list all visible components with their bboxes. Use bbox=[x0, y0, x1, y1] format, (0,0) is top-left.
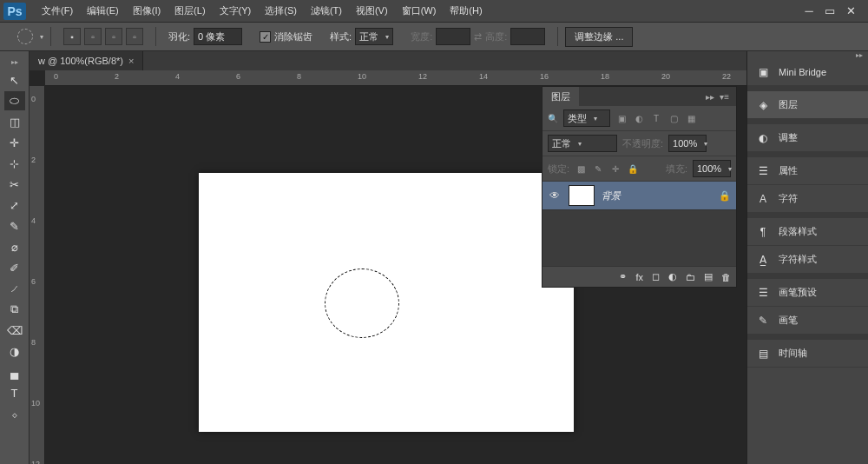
blur-tool[interactable]: ⌫ bbox=[4, 321, 25, 340]
style-label: 样式: bbox=[330, 30, 352, 43]
brush-icon: ✎ bbox=[756, 314, 770, 328]
menu-select[interactable]: 选择(S) bbox=[258, 1, 304, 21]
menu-window[interactable]: 窗口(W) bbox=[395, 1, 444, 21]
menu-view[interactable]: 视图(V) bbox=[349, 1, 395, 21]
new-layer-icon[interactable]: ▤ bbox=[704, 271, 713, 282]
dock-collapse[interactable]: ▸▸ bbox=[747, 51, 868, 58]
fill-input[interactable]: 100%▾ bbox=[693, 160, 731, 177]
layer-style-icon[interactable]: fx bbox=[635, 272, 643, 282]
layer-filter-select[interactable]: 类型▾ bbox=[563, 109, 610, 127]
canvas[interactable] bbox=[199, 173, 574, 432]
brush-tool[interactable]: ✎ bbox=[4, 216, 25, 235]
magic-wand-tool[interactable]: ✛ bbox=[4, 133, 25, 152]
properties-icon: ☰ bbox=[756, 164, 770, 178]
panel-menu-icon[interactable]: ▸▸▾≡ bbox=[699, 92, 736, 102]
feather-label: 羽化: bbox=[168, 30, 190, 43]
lock-paint-icon[interactable]: ✎ bbox=[592, 162, 604, 175]
ruler-vertical: 0 2 4 6 8 10 12 bbox=[30, 86, 45, 464]
path-select-tool[interactable]: ⬦ bbox=[4, 404, 25, 423]
toolbox: ▸▸ ↖ ⬭ ◫ ✛ ⊹ ✂ ⤢ ✎ ⌀ ✐ ⟋ ⧉ ⌫ ◑ ▄ T ⬦ bbox=[0, 51, 30, 464]
tool-preset-arrow[interactable]: ▾ bbox=[40, 33, 43, 41]
group-icon[interactable]: 🗀 bbox=[686, 272, 695, 282]
selection-add-icon[interactable]: ▫ bbox=[84, 28, 102, 45]
delete-layer-icon[interactable]: 🗑 bbox=[721, 272, 731, 282]
canvas-stage[interactable]: 图层 ▸▸▾≡ 🔍 类型▾ ▣ ◐ T ▢ ▦ 正常▾ 不透明度: bbox=[45, 86, 746, 464]
document-tab[interactable]: w @ 100%(RGB/8*) × bbox=[30, 51, 143, 70]
selection-subtract-icon[interactable]: ▫ bbox=[105, 28, 122, 45]
filter-pixel-icon[interactable]: ▣ bbox=[615, 112, 628, 124]
current-tool-icon[interactable] bbox=[17, 29, 33, 44]
crop-tool[interactable]: ⊹ bbox=[4, 154, 25, 173]
healing-tool[interactable]: ⤢ bbox=[4, 196, 25, 215]
menu-file[interactable]: 文件(F) bbox=[35, 1, 80, 21]
marquee-tool[interactable]: ⬭ bbox=[4, 91, 25, 110]
menu-type[interactable]: 文字(Y) bbox=[213, 1, 259, 21]
layer-mask-icon[interactable]: ◻ bbox=[652, 271, 660, 282]
menu-filter[interactable]: 滤镜(T) bbox=[304, 1, 349, 21]
lock-transparent-icon[interactable]: ▩ bbox=[575, 162, 587, 175]
dock-character[interactable]: A字符 bbox=[747, 185, 868, 213]
dock-character-styles[interactable]: A̲字符样式 bbox=[747, 246, 868, 274]
menu-image[interactable]: 图像(I) bbox=[126, 1, 168, 21]
antialias-checkbox[interactable]: ✓ bbox=[260, 31, 271, 43]
filter-adjust-icon[interactable]: ◐ bbox=[633, 112, 645, 124]
charstyle-icon: A̲ bbox=[756, 253, 770, 267]
layer-row[interactable]: 👁 背景 🔒 bbox=[542, 182, 736, 210]
restore-button[interactable]: ▭ bbox=[823, 6, 837, 17]
blend-mode-select[interactable]: 正常▾ bbox=[548, 135, 617, 152]
eyedropper-tool[interactable]: ✂ bbox=[4, 175, 25, 194]
filter-shape-icon[interactable]: ▢ bbox=[667, 112, 680, 124]
ruler-horizontal: 0 2 4 6 8 10 12 14 16 18 20 22 bbox=[45, 70, 746, 86]
lasso-tool[interactable]: ◫ bbox=[4, 112, 25, 131]
link-layers-icon[interactable]: ⚭ bbox=[619, 271, 627, 282]
filter-type-icon[interactable]: T bbox=[650, 112, 662, 124]
document-tab-title: w @ 100%(RGB/8*) bbox=[38, 56, 123, 66]
history-brush-tool[interactable]: ✐ bbox=[4, 258, 25, 277]
dock-layers[interactable]: ◈图层 bbox=[747, 91, 868, 119]
toolbox-collapse[interactable]: ▸▸ bbox=[0, 58, 29, 65]
dock-properties[interactable]: ☰属性 bbox=[747, 157, 868, 185]
dock-brush[interactable]: ✎画笔 bbox=[747, 307, 868, 335]
menu-help[interactable]: 帮助(H) bbox=[443, 1, 489, 21]
document-tab-bar: w @ 100%(RGB/8*) × bbox=[30, 51, 746, 70]
close-button[interactable]: ✕ bbox=[844, 6, 858, 17]
gradient-tool[interactable]: ⧉ bbox=[4, 300, 25, 319]
menu-layer[interactable]: 图层(L) bbox=[168, 1, 212, 21]
lock-position-icon[interactable]: ✛ bbox=[609, 162, 621, 175]
dock-brush-presets[interactable]: ☰画笔预设 bbox=[747, 279, 868, 307]
layers-panel-tab[interactable]: 图层 bbox=[542, 87, 579, 107]
stamp-tool[interactable]: ⌀ bbox=[4, 237, 25, 256]
pen-tool[interactable]: ▄ bbox=[4, 362, 25, 381]
minimize-button[interactable]: ─ bbox=[802, 6, 816, 17]
filter-smart-icon[interactable]: ▦ bbox=[685, 112, 697, 124]
dock-paragraph-styles[interactable]: ¶段落样式 bbox=[747, 218, 868, 246]
eraser-tool[interactable]: ⟋ bbox=[4, 279, 25, 298]
selection-new-icon[interactable]: ▪ bbox=[63, 28, 81, 45]
paragraph-icon: ¶ bbox=[756, 225, 770, 239]
elliptical-selection bbox=[325, 268, 399, 338]
adjust-icon: ◐ bbox=[756, 131, 770, 145]
opacity-input[interactable]: 100%▾ bbox=[668, 135, 707, 152]
ps-logo: Ps bbox=[3, 3, 26, 20]
lock-all-icon[interactable]: 🔒 bbox=[627, 162, 639, 175]
layer-thumbnail[interactable] bbox=[569, 185, 595, 206]
dodge-tool[interactable]: ◑ bbox=[4, 341, 25, 361]
adjustment-layer-icon[interactable]: ◐ bbox=[668, 271, 677, 282]
feather-input[interactable] bbox=[194, 28, 242, 45]
selection-intersect-icon[interactable]: ▫ bbox=[126, 28, 143, 45]
tab-close-icon[interactable]: × bbox=[128, 56, 134, 66]
dock-adjustments[interactable]: ◐调整 bbox=[747, 124, 868, 152]
dock-timeline[interactable]: ▤时间轴 bbox=[747, 340, 868, 368]
width-input bbox=[436, 28, 470, 45]
move-tool[interactable]: ↖ bbox=[4, 70, 25, 89]
swap-icon: ⇄ bbox=[474, 31, 482, 43]
layer-list: 👁 背景 🔒 bbox=[542, 182, 736, 210]
workspace: ▸▸ ↖ ⬭ ◫ ✛ ⊹ ✂ ⤢ ✎ ⌀ ✐ ⟋ ⧉ ⌫ ◑ ▄ T ⬦ w @… bbox=[0, 51, 868, 464]
style-select[interactable]: 正常▾ bbox=[355, 28, 393, 45]
dock-mini-bridge[interactable]: ▣Mini Bridge bbox=[747, 58, 868, 86]
refine-edge-button[interactable]: 调整边缘 ... bbox=[565, 27, 633, 47]
visibility-icon[interactable]: 👁 bbox=[548, 189, 562, 202]
antialias-label: 消除锯齿 bbox=[274, 30, 312, 43]
menu-edit[interactable]: 编辑(E) bbox=[80, 1, 126, 21]
type-tool[interactable]: T bbox=[4, 383, 25, 402]
